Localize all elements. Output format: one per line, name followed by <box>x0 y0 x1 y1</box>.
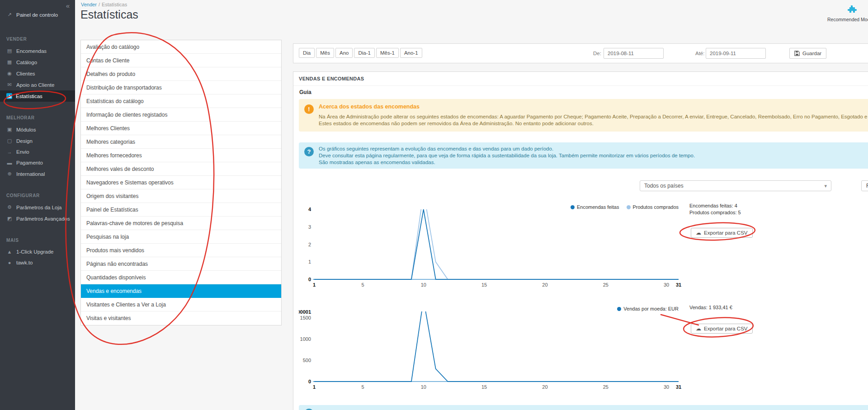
sidebar-item-label: Pagamento <box>16 160 43 165</box>
stats-list-item-informacao-de-clientes-registados[interactable]: Informação de clientes registados <box>81 108 281 122</box>
svg-text:3: 3 <box>308 224 311 230</box>
sidebar-item-1-click-upgrade[interactable]: ▲1-Click Upgrade <box>0 246 75 257</box>
orders-products-chart: 0123415101520253031Encomendas feitasProd… <box>299 198 868 302</box>
svg-text:25: 25 <box>603 282 609 287</box>
period-button-mes[interactable]: Mês <box>316 48 334 58</box>
svg-text:5: 5 <box>361 384 364 390</box>
legend-dot <box>617 307 621 311</box>
shipping-icon: → <box>6 149 13 155</box>
svg-text:500: 500 <box>303 358 311 363</box>
warning-icon: ! <box>304 104 314 114</box>
sidebar-item-label: Catálogo <box>16 60 37 65</box>
date-to-input[interactable] <box>706 48 766 59</box>
stats-list-item-vendas-e-encomendas[interactable]: Vendas e encomendas <box>81 284 281 298</box>
sidebar-item-envio[interactable]: →Envio <box>0 146 75 157</box>
series-encomendas-feitas <box>314 209 679 279</box>
period-button-ano-1[interactable]: Ano-1 <box>400 48 422 58</box>
sidebar-item-encomendas[interactable]: ▤Encomendas <box>0 45 75 57</box>
legend-item: Vendas por moeda: EUR <box>617 306 679 311</box>
stats-list-item-melhores-vales-de-desconto[interactable]: Melhores vales de desconto <box>81 162 281 176</box>
sidebar-item-modulos[interactable]: ▣Módulos <box>0 124 75 135</box>
chart-canvas: 050010001500i0000000115101520253031 <box>299 302 697 394</box>
chart-legend: Encomendas feitasProdutos comprados <box>299 204 679 210</box>
stats-list-item-distribuicao-de-transportadoras[interactable]: Distribuição de transportadoras <box>81 81 281 94</box>
puzzle-icon <box>846 5 857 15</box>
stats-list-item-produtos-mais-vendidos[interactable]: Produtos mais vendidos <box>81 244 281 257</box>
sidebar-item-estatisticas[interactable]: Estatísticas <box>0 90 75 102</box>
chart-summary: Encomendas feitas: 4Produtos comprados: … <box>689 203 741 216</box>
sidebar-item-label: Design <box>16 138 33 144</box>
prestashop-admin: « ↗ Painel de controlo VENDER▤Encomendas… <box>0 0 868 410</box>
stats-list-item-melhores-clientes[interactable]: Melhores Clientes <box>81 122 281 135</box>
sidebar-item-label: Clientes <box>16 71 35 76</box>
svg-text:0: 0 <box>308 379 311 384</box>
stats-list-item-contas-de-cliente[interactable]: Contas de Cliente <box>81 54 281 67</box>
export-csv-button[interactable]: ☁Exportar para CSV <box>691 324 753 334</box>
sidebar-item-painel-de-controlo[interactable]: ↗ Painel de controlo <box>0 0 75 23</box>
upgrade-icon: ▲ <box>6 249 13 254</box>
stats-list-item-paginas-nao-encontradas[interactable]: Páginas não encontradas <box>81 257 281 271</box>
sidebar-item-pagamento[interactable]: ▬Pagamento <box>0 157 75 168</box>
svg-text:15: 15 <box>481 282 487 287</box>
chart-summary: Vendas: 1 933,41 € <box>689 304 732 311</box>
svg-text:31: 31 <box>676 282 681 287</box>
series-produtos-comprados <box>314 198 679 279</box>
legend-dot <box>571 205 575 209</box>
sales-orders-panel: VENDAS E ENCOMENDAS Guia ! Acerca dos es… <box>293 71 868 410</box>
period-button-dia[interactable]: Dia <box>299 48 315 58</box>
stats-list-item-visitantes-e-clientes-a-ver-a-loja[interactable]: Visitantes e Clientes a Ver a Loja <box>81 298 281 311</box>
sidebar-item-label: Módulos <box>16 127 36 132</box>
cloud-download-icon: ☁ <box>696 325 701 332</box>
country-filter-select[interactable]: Todos os países ▾ <box>640 180 831 191</box>
sidebar-item-label: Painel de controlo <box>16 12 58 18</box>
stats-list-item-origem-dos-visitantes[interactable]: Origem dos visitantes <box>81 189 281 203</box>
svg-text:1: 1 <box>308 259 311 264</box>
sidebar-item-parametros-da-loja[interactable]: ⚙Parâmetros da Loja <box>0 202 75 213</box>
period-button-dia-1[interactable]: Dia-1 <box>354 48 374 58</box>
svg-text:10: 10 <box>421 384 426 390</box>
recommended-modules-button[interactable]: Recommended Mod <box>827 5 868 22</box>
date-to-label: Até: <box>695 51 704 56</box>
stats-list-item-estatisticas-do-catalogo[interactable]: Estatísticas do catálogo <box>81 94 281 108</box>
stats-list-item-melhores-fornecedores[interactable]: Melhores fornecedores <box>81 149 281 162</box>
svg-text:25: 25 <box>603 384 609 390</box>
svg-text:30: 30 <box>664 384 669 390</box>
breadcrumb-separator: / <box>99 2 100 7</box>
sidebar-item-apoio-ao-cliente[interactable]: ✉Apoio ao Cliente <box>0 79 75 90</box>
catalog-icon: ▦ <box>6 59 13 65</box>
date-toolbar: DiaMêsAnoDia-1Mês-1Ano-1 De: Até: Guarda… <box>293 43 868 63</box>
stats-list-item-quantidades-disponiveis[interactable]: Quantidades disponíveis <box>81 271 281 284</box>
date-from-input[interactable] <box>604 48 664 59</box>
export-csv-button[interactable]: ☁Exportar para CSV <box>691 228 753 238</box>
stats-list-item-palavras-chave-de-motores-de-pesquisa[interactable]: Palavras-chave de motores de pesquisa <box>81 217 281 230</box>
stats-list-item-detalhes-do-produto[interactable]: Detalhes do produto <box>81 67 281 81</box>
sidebar-item-label: tawk.to <box>16 260 33 265</box>
period-button-mes-1[interactable]: Mês-1 <box>376 48 399 58</box>
breadcrumb-vender-link[interactable]: Vender <box>81 2 97 7</box>
stats-list-item-painel-de-estatisticas[interactable]: Painel de Estatísticas <box>81 203 281 217</box>
warning-text-line: Estes estados de encomendas não podem se… <box>319 121 594 126</box>
filter-button-cutoff[interactable]: Fi <box>861 180 868 191</box>
stats-list-item-melhores-categorias[interactable]: Melhores categorias <box>81 135 281 149</box>
sidebar-item-label: Estatísticas <box>16 94 42 99</box>
sidebar-item-tawk-to[interactable]: ●tawk.to <box>0 257 75 268</box>
period-button-ano[interactable]: Ano <box>335 48 353 58</box>
save-button[interactable]: Guardar <box>789 48 826 59</box>
stats-list-item-navegadores-e-sistemas-operativos[interactable]: Navegadores e Sistemas operativos <box>81 176 281 189</box>
legend-label: Encomendas feitas <box>577 204 619 210</box>
sidebar-item-parametros-avancados[interactable]: ◩Parâmetros Avançados <box>0 213 75 224</box>
sidebar-item-catalogo[interactable]: ▦Catálogo <box>0 57 75 68</box>
warning-title: Acerca dos estados das encomendas <box>319 104 420 110</box>
sidebar-item-design[interactable]: ▢Design <box>0 135 75 146</box>
sidebar-item-international[interactable]: ⊕International <box>0 168 75 179</box>
sidebar-section-title: CONFIGURAR <box>0 179 75 202</box>
sidebar-item-clientes[interactable]: ◉Clientes <box>0 68 75 79</box>
stats-list-item-visitas-e-visitantes[interactable]: Visitas e visitantes <box>81 311 281 325</box>
stats-list-item-avaliacao-do-catalogo[interactable]: Avaliação do catálogo <box>81 40 281 54</box>
svg-text:1500: 1500 <box>300 315 311 320</box>
sidebar-item-label: 1-Click Upgrade <box>16 249 53 254</box>
sidebar-collapse-button[interactable]: « <box>66 2 70 9</box>
cloud-download-icon: ☁ <box>696 230 701 236</box>
stats-list-item-pesquisas-na-loja[interactable]: Pesquisas na loja <box>81 230 281 244</box>
sidebar-section-title: MAIS <box>0 224 75 246</box>
